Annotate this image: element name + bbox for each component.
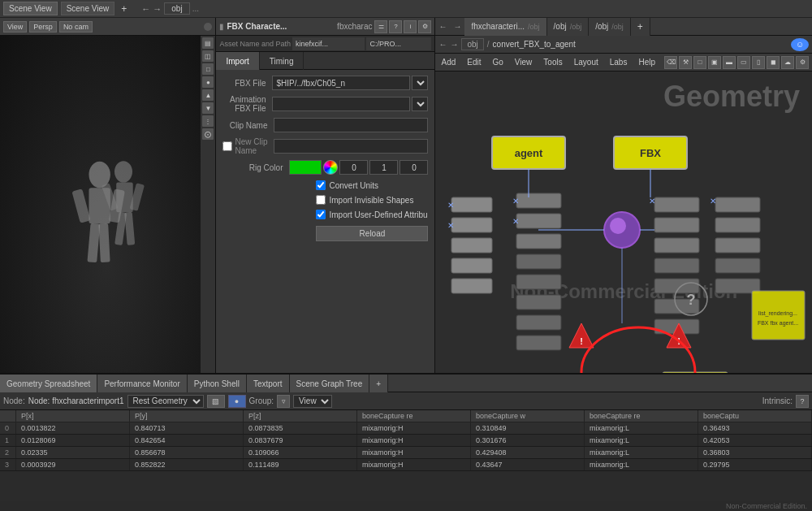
nav-back2[interactable]: ←: [435, 22, 450, 31]
nav-fwd-btn[interactable]: →: [153, 4, 162, 14]
path-fwd[interactable]: →: [450, 40, 458, 49]
vp-icon-8[interactable]: ⨀: [202, 128, 214, 140]
menu-edit[interactable]: Edit: [464, 58, 483, 67]
toolbar-icon-1[interactable]: ⌫: [664, 56, 677, 69]
new-clip-input[interactable]: [274, 139, 428, 154]
toolbar-icon-6[interactable]: ▭: [737, 56, 750, 69]
view-btn-bottom[interactable]: ●: [228, 395, 246, 408]
menu-view[interactable]: View: [512, 58, 535, 67]
vp-icon-4[interactable]: ●: [202, 76, 214, 88]
rig-color-picker[interactable]: [323, 160, 338, 175]
anim-file-control: [272, 97, 428, 111]
node-icon-btn[interactable]: ▧: [207, 395, 225, 408]
td-pz-0: 0.0873835: [244, 422, 357, 434]
scene-view-tab-2[interactable]: Scene View: [61, 2, 115, 15]
icon-help[interactable]: ?: [389, 20, 402, 33]
reload-button[interactable]: Reload: [316, 226, 428, 241]
tab-textport[interactable]: Textport: [247, 375, 290, 392]
path-back[interactable]: ←: [438, 40, 447, 49]
toolbar-icon-9[interactable]: ☁: [781, 56, 794, 69]
toolbar-icon-10[interactable]: ⚙: [796, 56, 809, 69]
fbx-file-select[interactable]: [412, 76, 428, 90]
import-user-checkbox[interactable]: [316, 210, 326, 219]
path-tab-1[interactable]: fhxcharacteri... /obj: [464, 18, 546, 36]
rig-color-r[interactable]: [339, 160, 368, 175]
rig-color-row: Rig Color: [222, 159, 428, 175]
rest-geometry-select[interactable]: Rest Geometry: [127, 395, 204, 408]
menu-help[interactable]: Help: [636, 58, 658, 67]
node-label-value: Node: fhxcharacterimport1: [28, 396, 124, 405]
td-bc3-1: mixamorig:L: [585, 435, 698, 446]
obj-label: obj: [164, 2, 189, 15]
clip-name-input[interactable]: [274, 118, 428, 132]
import-tab[interactable]: Import: [216, 52, 259, 70]
add-view-btn[interactable]: +: [118, 2, 130, 16]
new-clip-control: [274, 139, 428, 154]
toolbar-icon-8[interactable]: ◼: [767, 56, 780, 69]
path-tab-2[interactable]: /obj /obj: [547, 18, 590, 36]
menu-go[interactable]: Go: [490, 58, 506, 67]
svg-text:✕: ✕: [447, 221, 454, 230]
persp-button[interactable]: Persp: [29, 21, 57, 32]
timing-tab[interactable]: Timing: [260, 52, 304, 70]
vp-icon-7[interactable]: ⋮: [202, 115, 214, 127]
nav-back-btn[interactable]: ←: [141, 4, 150, 14]
table-row: 0 0.0013822 0.840713 0.0873835 mixamorig…: [0, 422, 812, 435]
scene-view-tab-1[interactable]: Scene View: [3, 2, 58, 15]
path-tab-add[interactable]: +: [631, 18, 650, 36]
anim-file-input[interactable]: [272, 97, 410, 111]
td-pz-2: 0.109066: [244, 447, 357, 458]
asset-path-value1[interactable]: kinefxcif...: [292, 37, 365, 50]
vp-icon-6[interactable]: ▼: [202, 102, 214, 114]
td-bc3-3: mixamorig:L: [585, 459, 698, 470]
bottom-nc-bar: Non-Commercial Edition.: [0, 501, 812, 511]
view-button[interactable]: View: [3, 21, 27, 32]
rig-color-g[interactable]: [369, 160, 398, 175]
new-clip-checkbox[interactable]: [222, 141, 232, 151]
td-bc4-2: 0.36803: [698, 447, 812, 458]
fbx-file-input[interactable]: [272, 76, 410, 90]
toolbar-icon-4[interactable]: ▣: [708, 56, 721, 69]
toolbar-icon-5[interactable]: ▬: [723, 56, 736, 69]
svg-text:✕: ✕: [710, 197, 716, 206]
icon-chain[interactable]: ⚌: [374, 20, 387, 33]
path-tab-3[interactable]: /obj /obj: [589, 18, 631, 36]
anim-file-label: Animation FBX File: [222, 95, 272, 113]
icon-info[interactable]: i: [404, 20, 417, 33]
nav-fwd2[interactable]: →: [450, 22, 464, 31]
rig-color-b[interactable]: [400, 160, 428, 175]
tab-performance-monitor[interactable]: Performance Monitor: [97, 375, 187, 392]
td-px-3: 0.0003929: [16, 459, 130, 470]
svg-rect-20: [516, 254, 561, 269]
toolbar-icon-2[interactable]: ⚒: [679, 56, 692, 69]
filter-icon[interactable]: ▿: [277, 395, 290, 408]
tab-scene-graph-tree[interactable]: Scene Graph Tree: [290, 375, 370, 392]
toolbar-icon-7[interactable]: ▯: [752, 56, 765, 69]
viewport-menu-btn[interactable]: [204, 23, 212, 31]
view-select[interactable]: View: [293, 395, 332, 408]
anim-file-select[interactable]: [412, 97, 428, 111]
import-invisible-checkbox[interactable]: [316, 195, 326, 205]
tab-add[interactable]: +: [369, 375, 388, 392]
convert-units-checkbox[interactable]: [316, 180, 326, 190]
asset-path-value2[interactable]: C:/PRO...: [366, 37, 431, 50]
tab-python-shell[interactable]: Python Shell: [188, 375, 247, 392]
td-rownum-0: 0: [0, 422, 16, 434]
toolbar-icon-3[interactable]: □: [693, 56, 706, 69]
menu-labs[interactable]: Labs: [607, 58, 630, 67]
rig-color-swatch[interactable]: [289, 160, 322, 175]
svg-point-6: [114, 161, 132, 182]
vp-icon-5[interactable]: ▲: [202, 89, 214, 101]
tab-geometry-spreadsheet[interactable]: Geometry Spreadsheet: [0, 375, 97, 392]
intrinsic-help[interactable]: ?: [796, 395, 809, 408]
vp-icon-1[interactable]: ▤: [202, 37, 214, 49]
vp-icon-3[interactable]: □: [202, 63, 214, 75]
node-toolbar-icons: ⌫ ⚒ □ ▣ ▬ ▭ ▯ ◼ ☁ ⚙: [664, 56, 809, 69]
table-row: 2 0.02335 0.856678 0.109066 mixamorig:H …: [0, 447, 812, 459]
nocam-button[interactable]: No cam: [59, 21, 93, 32]
menu-tools[interactable]: Tools: [541, 58, 564, 67]
menu-add[interactable]: Add: [438, 58, 458, 67]
vp-icon-2[interactable]: ◫: [202, 50, 214, 62]
icon-settings[interactable]: ⚙: [418, 20, 431, 33]
menu-layout[interactable]: Layout: [572, 58, 601, 67]
